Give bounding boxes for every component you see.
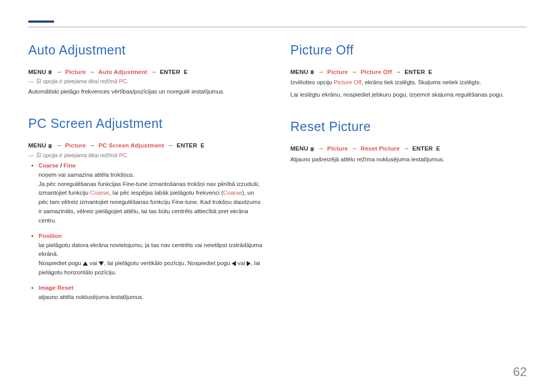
menu-label: MENU [28, 69, 46, 75]
section-title-pc-screen: PC Screen Adjustment [28, 116, 265, 131]
enter-label: ENTER [177, 142, 197, 148]
menu-label: MENU [28, 142, 46, 148]
item-list: Coarse / Fine noņem vai samazina attēla … [28, 162, 265, 302]
right-arrow-icon [247, 261, 251, 266]
txt: , lai pēc iespējas labāk pielāgotu frekv… [109, 190, 223, 196]
menu-icon: Ⅲ [48, 143, 52, 149]
menu-path: MENU Ⅲ → Picture → PC Screen Adjustment … [28, 142, 265, 148]
item-desc: atjauno attēla noklusējuma iestatījumus. [39, 293, 265, 302]
menu-label: MENU [290, 69, 308, 75]
arrow-sep: → [89, 69, 96, 75]
right-column: Picture Off MENU Ⅲ → Picture → Picture O… [290, 43, 527, 309]
body-text: Automātiski pielāgo frekvences vērtības/… [28, 87, 265, 97]
note-body: Šī opcija ir pieejama tikai režīmā [36, 78, 119, 84]
path-item: Picture Off [361, 69, 392, 75]
menu-icon: Ⅲ [310, 146, 314, 152]
item-title-b: Fine [64, 162, 76, 169]
header-accent-bar [28, 21, 54, 23]
txt: Nospiediet pogu [39, 260, 83, 266]
item-title-position: Position [39, 233, 265, 239]
body-text: Lai ieslēgtu ekrānu, nospiediet jebkuru … [290, 90, 527, 100]
section-title-auto-adjustment: Auto Adjustment [28, 43, 265, 58]
note-body: Šī opcija ir pieejama tikai režīmā [36, 152, 119, 158]
note-pc: PC [119, 78, 126, 84]
body-text: Izvēloties opciju Picture Off, ekrāns ti… [290, 78, 527, 87]
path-item: PC Screen Adjustment [99, 142, 164, 148]
left-column: Auto Adjustment MENU Ⅲ → Picture → Auto … [28, 43, 265, 309]
item-title-a: Coarse [39, 162, 59, 169]
arrow-sep: → [395, 69, 401, 75]
enter-icon: E [183, 69, 188, 75]
txt: , lai pielāgotu vertikālo pozīciju. Nosp… [104, 260, 232, 266]
path-picture: Picture [327, 69, 348, 75]
coarse-ref: Coarse [90, 190, 109, 196]
arrow-sep: → [318, 145, 324, 152]
two-column-layout: Auto Adjustment MENU Ⅲ → Picture → Auto … [28, 43, 527, 309]
item-desc: Nospiediet pogu vai , lai pielāgotu vert… [39, 259, 265, 277]
note-dash: ― [28, 78, 34, 84]
item-desc: noņem vai samazina attēla trokšņus. [39, 171, 265, 180]
list-item: Position lai pielāgotu datora ekrāna nov… [28, 233, 265, 277]
coarse-ref: Coarse [223, 190, 242, 196]
arrow-sep: → [151, 69, 157, 75]
note-period: . [127, 78, 128, 84]
down-arrow-icon [99, 262, 104, 266]
menu-icon: Ⅲ [310, 69, 314, 75]
enter-label: ENTER [160, 69, 180, 75]
enter-icon: E [436, 145, 440, 152]
list-item: Image Reset atjauno attēla noklusējuma i… [28, 285, 265, 302]
item-title-sep: / [59, 162, 64, 169]
arrow-sep: → [351, 69, 358, 75]
manual-page: Auto Adjustment MENU Ⅲ → Picture → Auto … [0, 0, 555, 309]
arrow-sep: → [89, 142, 96, 148]
enter-label: ENTER [404, 69, 425, 75]
left-arrow-icon [232, 261, 236, 266]
header-divider [28, 27, 527, 27]
arrow-sep: → [56, 69, 62, 75]
menu-icon: Ⅲ [48, 69, 52, 75]
menu-path: MENU Ⅲ → Picture → Auto Adjustment → ENT… [28, 69, 265, 75]
path-item: Auto Adjustment [98, 69, 147, 75]
enter-icon: E [200, 142, 205, 148]
arrow-sep: → [318, 69, 324, 75]
arrow-sep: → [168, 142, 174, 148]
path-picture: Picture [65, 142, 86, 148]
item-title-coarse-fine: Coarse / Fine [39, 162, 265, 169]
section-title-reset-picture: Reset Picture [290, 119, 527, 134]
arrow-sep: → [56, 142, 62, 148]
body-text: Atjauno pašreizējā attēlu režīma noklusē… [290, 155, 527, 164]
note-text: ―Šī opcija ir pieejama tikai režīmā PC. [28, 78, 265, 84]
menu-label: MENU [290, 145, 308, 152]
txt: vai [88, 260, 99, 266]
up-arrow-icon [83, 262, 88, 266]
txt: vai [236, 260, 247, 266]
enter-label: ENTER [412, 145, 433, 152]
picture-off-ref: Picture Off [334, 79, 361, 85]
list-item: Coarse / Fine noņem vai samazina attēla … [28, 162, 265, 226]
item-desc: Ja pēc noregulēšanas funkcijas Fine-tune… [39, 180, 265, 226]
menu-path: MENU Ⅲ → Picture → Picture Off → ENTER E [290, 69, 527, 75]
note-pc: PC [119, 152, 126, 158]
section-title-picture-off: Picture Off [290, 43, 527, 58]
item-title-image-reset: Image Reset [39, 285, 265, 291]
enter-icon: E [429, 69, 433, 75]
page-number: 62 [513, 365, 527, 379]
txt: Izvēloties opciju [290, 79, 334, 85]
path-item: Reset Picture [361, 145, 400, 152]
item-desc: lai pielāgotu datora ekrāna novietojumu,… [39, 241, 265, 259]
note-dash: ― [28, 152, 34, 158]
note-text: ―Šī opcija ir pieejama tikai režīmā PC. [28, 152, 265, 158]
path-picture: Picture [327, 145, 348, 152]
path-picture: Picture [65, 69, 86, 75]
txt: , ekrāns tiek izslēgts. Skaļums netiek i… [362, 79, 482, 85]
menu-path: MENU Ⅲ → Picture → Reset Picture → ENTER… [290, 145, 527, 152]
arrow-sep: → [351, 145, 358, 152]
note-period: . [127, 152, 128, 158]
arrow-sep: → [403, 145, 409, 152]
